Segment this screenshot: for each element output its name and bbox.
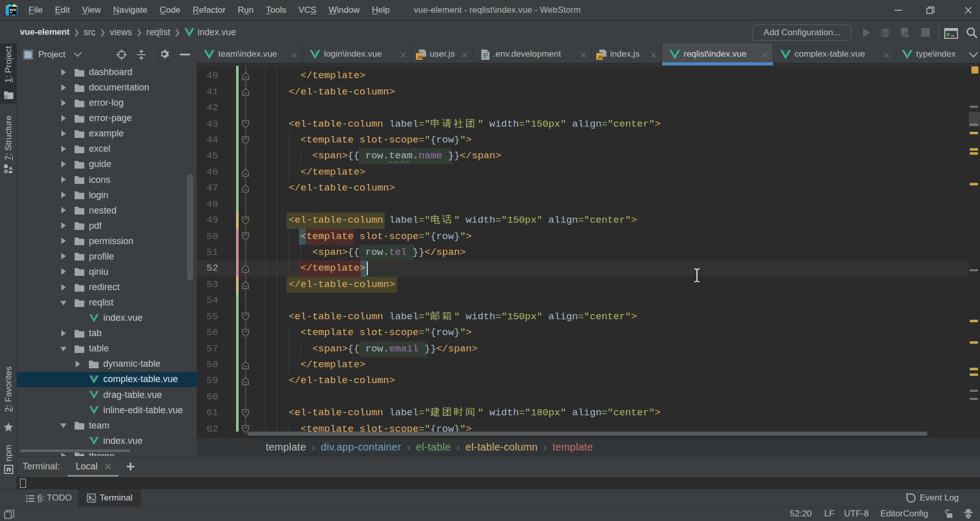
svg-text:JS: JS xyxy=(417,55,423,60)
svg-text:JS: JS xyxy=(597,55,603,60)
svg-text:WS: WS xyxy=(10,8,16,12)
